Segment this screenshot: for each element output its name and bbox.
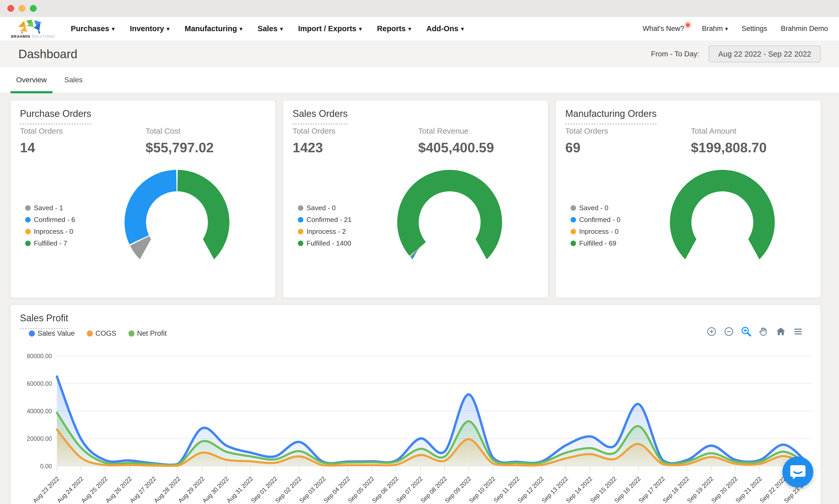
donut-legend: Saved - 0 Confirmed - 0 Inprocess - 0 Fu… xyxy=(571,204,621,247)
sales-orders-card: Sales Orders Total Orders 1423 Total Rev… xyxy=(283,100,549,298)
tab-overview[interactable]: Overview xyxy=(11,67,52,93)
chevron-down-icon: ▾ xyxy=(167,26,169,32)
saved-dot-icon xyxy=(571,205,576,211)
legend-item-net-profit[interactable]: Net Profit xyxy=(128,329,167,338)
purchase-orders-donut-chart xyxy=(121,168,233,273)
sales-orders-donut-chart xyxy=(393,168,506,273)
chevron-down-icon: ▾ xyxy=(408,26,411,32)
legend-item: Saved - 0 xyxy=(571,204,621,212)
profit-legend: Sales Value COGS Net Profit xyxy=(29,329,166,338)
close-window-button[interactable] xyxy=(7,5,14,12)
svg-text:60000.00: 60000.00 xyxy=(27,380,52,387)
chevron-down-icon: ▾ xyxy=(280,26,283,32)
donut-legend: Saved - 0 Confirmed - 21 Inprocess - 2 F… xyxy=(298,204,352,247)
zoom-window-button[interactable] xyxy=(30,5,37,12)
saved-dot-icon xyxy=(298,205,303,211)
sales-profit-area-chart[interactable]: 80000.0060000.0040000.0020000.000.00Aug … xyxy=(11,348,822,504)
tab-bar: Overview Sales xyxy=(0,67,839,93)
manufacturing-orders-donut-chart xyxy=(666,168,779,273)
inprocess-dot-icon xyxy=(298,229,303,234)
legend-item: Inprocess - 2 xyxy=(298,228,352,236)
confirmed-dot-icon xyxy=(298,217,303,222)
svg-text:Sep 10 2022: Sep 10 2022 xyxy=(467,475,497,504)
total-orders-stat: Total Orders 69 xyxy=(565,127,608,156)
inprocess-dot-icon xyxy=(25,229,31,234)
legend-item: Confirmed - 21 xyxy=(298,216,352,224)
total-orders-stat: Total Orders 14 xyxy=(20,127,63,156)
chart-toolbar xyxy=(706,326,804,337)
inprocess-dot-icon xyxy=(571,229,576,234)
settings-link[interactable]: Settings xyxy=(742,25,767,33)
summary-cards-row: Purchase Orders Total Orders 14 Total Co… xyxy=(10,100,829,298)
pan-hand-icon[interactable] xyxy=(758,326,769,337)
chevron-down-icon: ▾ xyxy=(239,26,243,32)
svg-text:0.00: 0.00 xyxy=(40,463,52,470)
svg-text:80000.00: 80000.00 xyxy=(27,353,52,360)
app-window: BRAHMIN SOLUTIONS Purchases▾ Inventory▾ … xyxy=(0,0,839,504)
legend-item: Saved - 0 xyxy=(298,204,352,212)
chat-launcher-button[interactable] xyxy=(782,456,813,487)
legend-item: Fulfilled - 69 xyxy=(571,239,621,247)
page-title: Dashboard xyxy=(18,47,77,61)
total-cost-stat: Total Cost $55,797.02 xyxy=(145,127,214,156)
date-range-button[interactable]: Aug 22 2022 - Sep 22 2022 xyxy=(709,46,821,62)
nav-item-sales[interactable]: Sales▾ xyxy=(258,24,283,33)
cogs-dot-icon xyxy=(87,330,93,337)
zoom-in-icon[interactable] xyxy=(706,326,717,337)
total-orders-stat: Total Orders 1423 xyxy=(292,127,335,156)
net-profit-dot-icon xyxy=(128,330,135,337)
card-title: Sales Orders xyxy=(292,108,348,125)
saved-dot-icon xyxy=(25,205,31,211)
page-header: Dashboard From - To Day: Aug 22 2022 - S… xyxy=(0,41,839,67)
svg-text:40000.00: 40000.00 xyxy=(27,408,52,415)
menu-icon[interactable] xyxy=(792,326,804,337)
brahmin-logo[interactable]: BRAHMIN SOLUTIONS xyxy=(11,19,55,38)
svg-text:20000.00: 20000.00 xyxy=(27,435,52,442)
date-range-label: From - To Day: xyxy=(651,50,699,58)
nav-item-import-exports[interactable]: Import / Exports▾ xyxy=(298,24,362,33)
card-title: Purchase Orders xyxy=(20,108,91,125)
nav-item-add-ons[interactable]: Add-Ons▾ xyxy=(426,24,464,33)
nav-item-purchases[interactable]: Purchases▾ xyxy=(71,24,114,33)
nav-item-reports[interactable]: Reports▾ xyxy=(377,24,411,33)
legend-item-cogs[interactable]: COGS xyxy=(87,329,117,338)
confirmed-dot-icon xyxy=(25,217,31,222)
chevron-down-icon: ▾ xyxy=(112,26,115,32)
chevron-down-icon: ▾ xyxy=(461,26,464,32)
nav-item-manufacturing[interactable]: Manufacturing▾ xyxy=(184,24,242,33)
legend-item: Inprocess - 0 xyxy=(571,228,621,236)
home-icon[interactable] xyxy=(775,326,787,337)
fulfilled-dot-icon xyxy=(298,240,303,246)
selection-zoom-icon[interactable] xyxy=(740,326,752,337)
fulfilled-dot-icon xyxy=(571,240,576,246)
tab-sales[interactable]: Sales xyxy=(52,67,94,93)
user-menu[interactable]: Brahm▾ xyxy=(702,25,728,33)
whats-new-link[interactable]: What's New? xyxy=(643,25,688,33)
legend-item: Confirmed - 6 xyxy=(25,216,75,224)
nav-item-inventory[interactable]: Inventory▾ xyxy=(130,24,169,33)
chevron-down-icon: ▾ xyxy=(725,26,728,32)
logo-text: BRAHMIN SOLUTIONS xyxy=(11,34,55,38)
fulfilled-dot-icon xyxy=(25,240,31,246)
chat-bubble-icon xyxy=(790,464,806,480)
bull-logo-icon xyxy=(17,19,49,34)
sales-profit-card: Sales Profit Sales Value COGS Net Profit… xyxy=(10,304,821,504)
main-menu: Purchases▾ Inventory▾ Manufacturing▾ Sal… xyxy=(71,24,464,33)
zoom-out-icon[interactable] xyxy=(723,326,735,337)
manufacturing-orders-card: Manufacturing Orders Total Orders 69 Tot… xyxy=(555,100,821,298)
confirmed-dot-icon xyxy=(571,217,576,222)
notification-dot-icon xyxy=(686,23,690,27)
date-range: From - To Day: Aug 22 2022 - Sep 22 2022 xyxy=(651,46,821,62)
legend-item: Saved - 1 xyxy=(25,204,75,212)
purchase-orders-card: Purchase Orders Total Orders 14 Total Co… xyxy=(10,100,276,298)
org-name[interactable]: Brahmin Demo xyxy=(781,25,828,33)
card-title: Sales Profit xyxy=(20,313,68,329)
legend-item: Fulfilled - 1400 xyxy=(298,239,352,247)
total-amount-stat: Total Amount $199,808.70 xyxy=(691,127,767,156)
chevron-down-icon: ▾ xyxy=(359,26,362,32)
minimize-window-button[interactable] xyxy=(19,5,25,12)
legend-item: Confirmed - 0 xyxy=(571,216,621,224)
donut-legend: Saved - 1 Confirmed - 6 Inprocess - 0 Fu… xyxy=(25,204,75,247)
legend-item: Fulfilled - 7 xyxy=(25,239,75,247)
legend-item-sales-value[interactable]: Sales Value xyxy=(29,329,75,338)
